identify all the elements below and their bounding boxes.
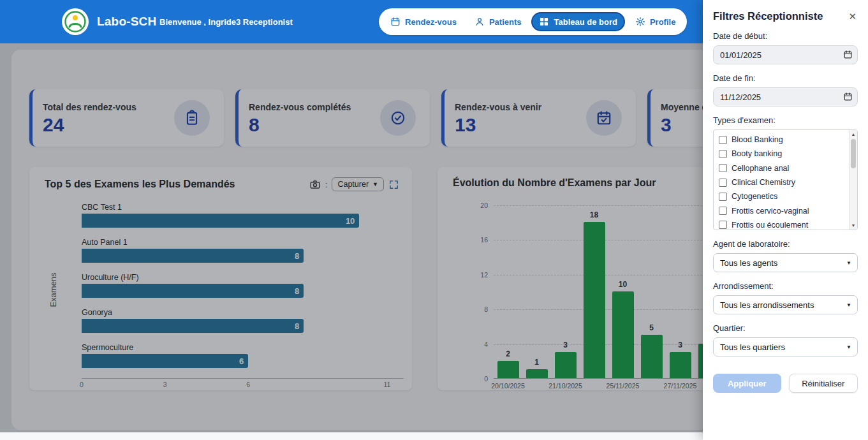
filter-panel-header: Filtres Réceptionniste ✕ [713, 10, 858, 22]
nav-tab-patients[interactable]: Patients [467, 12, 529, 31]
brand-name: Labo-SCH [97, 15, 156, 29]
exam-type-option-frottis-cervico-vaginal[interactable]: Frottis cervico-vaginal [714, 203, 849, 217]
apply-button[interactable]: Appliquer [713, 374, 781, 393]
agent-label: Agent de laboratoire: [713, 239, 858, 249]
exam-type-label: Booty banking [732, 149, 782, 158]
patients-icon [474, 17, 485, 27]
exam-type-checkbox[interactable] [719, 150, 727, 158]
agent-select[interactable]: Tous les agents ▼ [713, 253, 858, 272]
exam-type-label: Cytogenetics [732, 192, 777, 201]
end-date-input[interactable]: 11/12/2025 [713, 87, 858, 106]
nav-tab-label: Patients [489, 17, 522, 27]
exam-type-option-booty-banking[interactable]: Booty banking [714, 147, 849, 161]
labo-sch-logo-icon [61, 8, 89, 36]
scroll-up-icon[interactable]: ▲ [850, 132, 857, 136]
gear-icon [635, 17, 645, 27]
dashboard-grid-icon [539, 17, 549, 27]
close-icon[interactable]: ✕ [847, 10, 858, 22]
end-date-label: Date de fin: [713, 73, 858, 83]
brand: Labo-SCH [61, 8, 156, 36]
nav-tab-label: Tableau de bord [554, 17, 617, 27]
exam-type-label: Clinical Chemistry [732, 178, 795, 187]
exam-type-checkbox[interactable] [719, 136, 727, 144]
start-date-input[interactable]: 01/01/2025 [713, 45, 858, 64]
nav-tab-profile[interactable]: Profile [628, 12, 683, 31]
scroll-down-icon[interactable]: ▼ [850, 223, 857, 228]
chevron-down-icon: ▼ [846, 260, 851, 266]
exam-type-option-frottis-ou-ecoulement[interactable]: Frottis ou écoulement [714, 218, 849, 230]
nav-tab-label: Profile [650, 17, 675, 27]
agent-select-value: Tous les agents [720, 258, 777, 268]
arrondissement-select-value: Tous les arrondissements [720, 300, 814, 310]
nav-tab-rendez-vous[interactable]: Rendez-vous [383, 12, 464, 31]
scrollbar-thumb[interactable] [851, 139, 856, 168]
main-nav: Rendez-vousPatientsTableau de bordProfil… [379, 8, 687, 35]
exam-options-list: Blood BankingBooty bankingCellophane ana… [714, 133, 849, 230]
scrollbar[interactable]: ▲ ▼ [849, 130, 857, 230]
exam-type-checkbox[interactable] [719, 221, 727, 229]
calendar-icon[interactable] [843, 50, 853, 59]
filter-panel: Filtres Réceptionniste ✕ Date de début: … [703, 0, 868, 440]
chevron-down-icon: ▼ [846, 302, 851, 308]
exam-type-checkbox[interactable] [719, 193, 727, 201]
end-date-value: 11/12/2025 [720, 92, 761, 102]
nav-tab-label: Rendez-vous [405, 17, 457, 27]
exam-type-checkbox[interactable] [719, 164, 727, 172]
quartier-select[interactable]: Tous les quartiers ▼ [713, 337, 858, 356]
calendar-icon[interactable] [843, 92, 853, 101]
exam-types-label: Types d'examen: [713, 115, 858, 125]
app-window: Labo-SCH Bienvenue , Ingride3 Receptioni… [0, 0, 868, 440]
welcome-text: Bienvenue , Ingride3 Receptionist [159, 17, 293, 27]
start-date-value: 01/01/2025 [720, 50, 761, 60]
exam-type-option-blood-banking[interactable]: Blood Banking [714, 133, 849, 147]
exam-type-label: Frottis ou écoulement [732, 221, 808, 230]
exam-type-option-cellophane-anal[interactable]: Cellophane anal [714, 161, 849, 175]
arrondissement-select[interactable]: Tous les arrondissements ▼ [713, 295, 858, 314]
exam-type-option-cytogenetics[interactable]: Cytogenetics [714, 189, 849, 203]
exam-type-option-clinical-chemistry[interactable]: Clinical Chemistry [714, 175, 849, 189]
exam-type-label: Frottis cervico-vaginal [732, 207, 809, 216]
exam-type-checkbox[interactable] [719, 207, 727, 215]
start-date-label: Date de début: [713, 31, 858, 41]
exam-type-label: Cellophane anal [732, 164, 789, 173]
exam-type-label: Blood Banking [732, 135, 783, 144]
filter-panel-title: Filtres Réceptionniste [713, 10, 823, 22]
exam-type-checkbox[interactable] [719, 179, 727, 187]
calendar-icon [390, 17, 401, 27]
quartier-label: Quartier: [713, 323, 858, 333]
nav-tab-tableau-de-bord[interactable]: Tableau de bord [531, 12, 624, 31]
arrondissement-label: Arrondissement: [713, 281, 858, 291]
chevron-down-icon: ▼ [846, 344, 851, 350]
quartier-select-value: Tous les quartiers [720, 342, 785, 352]
exam-types-listbox: Blood BankingBooty bankingCellophane ana… [713, 129, 858, 230]
reset-button[interactable]: Réinitialiser [789, 374, 858, 393]
filter-actions: Appliquer Réinitialiser [713, 374, 858, 393]
